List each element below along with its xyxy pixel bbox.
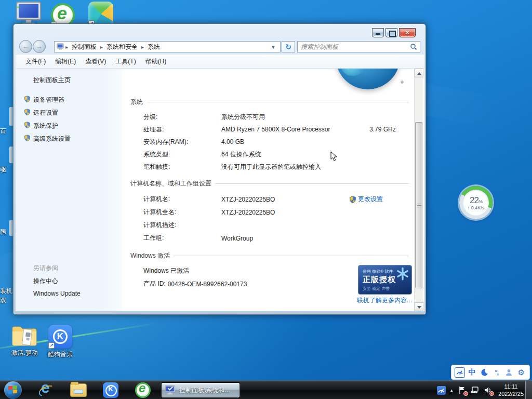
volume-icon[interactable] [483,385,493,395]
section-rule [147,102,409,102]
partial-desktop-icon[interactable] [9,107,13,126]
desktop-icon-app[interactable] [88,2,113,26]
ime-punctuation-icon[interactable]: °, [491,367,502,378]
sidebar-item-device-manager[interactable]: 设备管理器 [33,96,64,104]
taskbar-icon-kugou[interactable] [97,382,125,398]
menu-edit[interactable]: 编辑(E) [50,56,81,68]
rating-unavailable-link[interactable]: 系统分级不可用 [221,113,265,122]
menu-tools[interactable]: 工具(T) [111,56,140,68]
genuine-microsoft-badge[interactable]: 使用 微软® 软件 正版授权 安全 稳定 声誉 [358,265,412,295]
speed-ball-widget[interactable]: 22% ↑ 0.4K/s [459,186,493,219]
address-bar[interactable]: 控制面板 系统和安全 系统 [54,41,281,52]
taskbar: 控制面板\系统和... [0,380,532,399]
partial-desktop-icon-label: 装机 [0,287,13,296]
back-button[interactable] [19,40,32,53]
scroll-up-button[interactable] [415,69,423,77]
scroll-down-button[interactable] [415,302,423,311]
action-center-flag-icon[interactable] [457,385,467,395]
search-box [297,41,420,52]
upload-arrow-icon: ↑ [468,205,470,210]
row-label: 计算机描述: [143,221,221,230]
breadcrumb-separator-icon [65,44,69,50]
client-area: 控制面板主页 设备管理器 远程设置 系统 [16,69,424,311]
desktop-icon-activation-driver[interactable]: 激活.驱动 [7,324,42,357]
scrollbar-thumb[interactable] [415,122,422,288]
system-window-icon [165,385,176,395]
uac-shield-icon [24,122,31,128]
row-workgroup: 工作组: WorkGroup [122,232,414,245]
partial-desktop-icon[interactable] [9,147,13,163]
breadcrumb-separator-icon [100,44,103,50]
processor-speed: 3.79 GHz [369,126,396,133]
ime-fullwidth-moon-icon[interactable] [479,367,489,378]
clock-time: 11:11 [498,383,524,390]
menu-help[interactable]: 帮助(H) [141,56,171,68]
section-rule [215,183,409,184]
row-label: 计算机全名: [143,208,221,217]
breadcrumb-item-system[interactable]: 系统 [144,43,163,51]
genuine-star-icon [396,267,409,281]
system-rows: 分级: 系统分级不可用 处理器: AMD Ryzen 7 5800X 8-Cor… [122,111,414,173]
taskbar-icon-ie[interactable] [32,382,60,398]
menu-view[interactable]: 查看(V) [81,56,111,68]
start-button[interactable] [4,381,22,399]
ime-chinese-toggle[interactable]: 中 [467,367,477,378]
row-rating: 分级: 系统分级不可用 [122,111,414,123]
forward-button[interactable] [33,40,46,53]
row-label: 处理器: [143,125,221,134]
learn-more-link[interactable]: 联机了解更多内容... [357,296,412,305]
ime-logo-icon[interactable] [455,367,465,378]
active-task-button[interactable]: 控制面板\系统和... [161,382,240,398]
refresh-button[interactable] [282,41,295,52]
sidebar: 控制面板主页 设备管理器 远程设置 系统 [16,69,122,311]
row-description: 计算机描述: [122,219,414,232]
address-dropdown-icon[interactable] [269,44,278,50]
maximize-button[interactable] [385,28,397,37]
show-desktop-button[interactable] [525,381,532,399]
system-tray: 11:11 2022/2/25 [436,381,524,399]
close-button[interactable] [399,28,416,37]
windows-logo-orb [336,69,400,89]
partial-desktop-icon-label: 百 [0,127,13,136]
row-processor: 处理器: AMD Ryzen 7 5800X 8-Core Processor … [122,123,414,136]
partial-desktop-icon-label: 驱 [0,165,13,174]
workgroup-value: WorkGroup [221,235,253,242]
breadcrumb-item-system-security[interactable]: 系统和安全 [103,43,141,51]
change-settings[interactable]: 更改设置 [349,195,383,204]
ime-user-icon[interactable] [503,367,514,378]
uac-shield-icon [24,96,31,102]
search-icon[interactable] [410,43,417,50]
memory-percent: 22 [470,195,478,205]
internet-explorer-icon [38,382,54,398]
memory-value: 4.00 GB [221,138,244,145]
section-title: Windows 激活 [130,251,170,260]
sidebar-item-windows-update[interactable]: Windows Update [33,290,81,297]
desktop-icon-label: 酷狗音乐 [46,350,75,359]
menu-file[interactable]: 文件(F) [21,56,50,68]
sidebar-item-home[interactable]: 控制面板主页 [33,76,71,85]
tray-ime-gauge-icon[interactable] [436,385,446,395]
sidebar-item-system-protection[interactable]: 系统保护 [33,122,58,130]
taskbar-clock[interactable]: 11:11 2022/2/25 [498,383,524,397]
minimize-button[interactable] [372,28,384,37]
row-label: 计算机名: [143,195,221,204]
ime-settings-gear-icon[interactable] [516,367,526,378]
vertical-scrollbar[interactable] [414,69,423,311]
breadcrumb-item-control-panel[interactable]: 控制面板 [69,43,100,51]
network-icon[interactable] [470,385,480,395]
taskbar-icon-explorer[interactable] [64,382,92,398]
change-settings-link[interactable]: 更改设置 [358,195,383,204]
sidebar-item-action-center[interactable]: 操作中心 [33,277,58,286]
row-label: 安装内存(RAM): [143,138,221,147]
taskbar-icon-browser[interactable] [129,382,157,398]
ime-toolbar: 中 °, [451,365,530,380]
section-title: 计算机名称、域和工作组设置 [130,179,211,188]
show-hidden-icons-button[interactable] [449,388,454,393]
sidebar-item-advanced-settings[interactable]: 高级系统设置 [33,135,71,143]
location-computer-icon [57,43,65,50]
desktop-icon-kugou[interactable]: K 酷狗音乐 [46,325,75,359]
error-badge-icon [463,391,468,396]
sidebar-item-remote-settings[interactable]: 远程设置 [33,109,58,117]
search-input[interactable] [298,43,410,50]
percent-unit: % [478,199,482,204]
